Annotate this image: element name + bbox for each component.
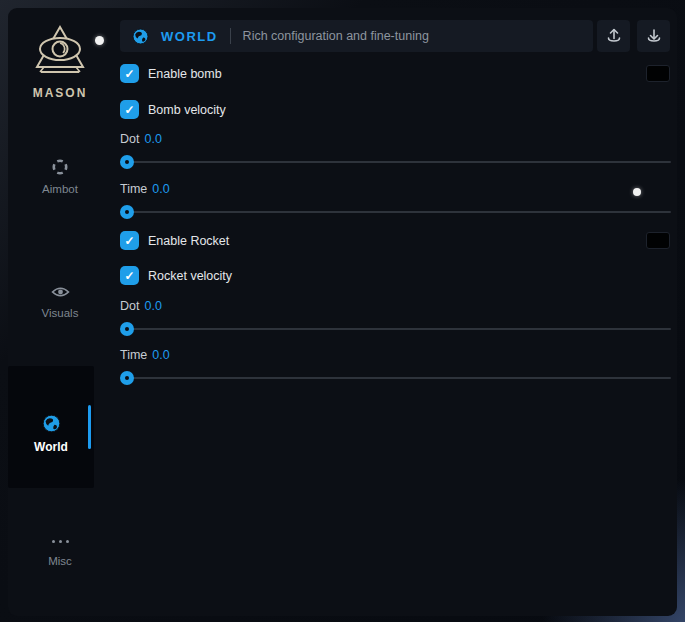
slider-bomb-dot: Dot0.0 <box>120 132 671 163</box>
slider-rocket-time: Time0.0 <box>120 348 671 379</box>
sidebar-item-label: Aimbot <box>42 183 78 195</box>
page-header: WORLD Rich configuration and fine-tuning <box>120 20 593 52</box>
slider-track[interactable] <box>120 328 671 330</box>
brand-name: MASON <box>8 86 112 100</box>
checkbox-label: Enable bomb <box>148 67 222 81</box>
checkbox-label: Rocket velocity <box>148 269 232 283</box>
page-subtitle: Rich configuration and fine-tuning <box>243 29 429 43</box>
slider-track[interactable] <box>120 161 671 163</box>
slider-track[interactable] <box>120 377 671 379</box>
slider-value: 0.0 <box>152 348 169 362</box>
slider-label: Time0.0 <box>120 182 671 198</box>
globe-icon <box>132 28 149 45</box>
slider-label: Time0.0 <box>120 348 671 364</box>
slider-handle[interactable] <box>120 155 134 169</box>
mason-logo-icon <box>30 24 90 80</box>
ellipsis-icon <box>52 534 69 548</box>
crosshair-icon <box>51 158 69 176</box>
checkbox-rocket-velocity[interactable]: ✓ Rocket velocity <box>120 266 232 285</box>
checkbox-enable-rocket[interactable]: ✓ Enable Rocket <box>120 231 229 250</box>
header-divider <box>230 28 231 44</box>
sidebar-item-label: Misc <box>48 555 72 567</box>
download-config-button[interactable] <box>637 20 670 52</box>
page-title: WORLD <box>161 29 218 44</box>
main-window: MASON Aimbot Visuals World Misc <box>8 8 677 616</box>
upload-icon <box>605 27 623 45</box>
sidebar-item-label: Visuals <box>42 307 79 319</box>
active-tab-indicator <box>88 405 91 449</box>
globe-icon <box>42 414 61 433</box>
slider-value: 0.0 <box>152 182 169 196</box>
checkbox-bomb-velocity[interactable]: ✓ Bomb velocity <box>120 100 226 119</box>
slider-track[interactable] <box>120 211 671 213</box>
sidebar-item-aimbot[interactable]: Aimbot <box>8 158 112 195</box>
cursor-dot <box>95 36 104 45</box>
download-icon <box>645 27 663 45</box>
slider-value: 0.0 <box>144 132 161 146</box>
slider-value: 0.0 <box>144 299 161 313</box>
checkbox-label: Bomb velocity <box>148 103 226 117</box>
checkbox-enable-bomb[interactable]: ✓ Enable bomb <box>120 64 222 83</box>
checkbox-checked-icon: ✓ <box>120 64 139 83</box>
checkbox-checked-icon: ✓ <box>120 266 139 285</box>
eye-icon <box>51 284 70 300</box>
checkbox-label: Enable Rocket <box>148 234 229 248</box>
sidebar-item-world[interactable]: World <box>8 366 94 488</box>
rocket-color-swatch[interactable] <box>646 232 670 249</box>
slider-label: Dot0.0 <box>120 299 671 315</box>
sidebar-item-visuals[interactable]: Visuals <box>8 284 112 319</box>
upload-config-button[interactable] <box>597 20 630 52</box>
cursor-dot <box>633 188 641 196</box>
checkbox-checked-icon: ✓ <box>120 231 139 250</box>
slider-handle[interactable] <box>120 322 134 336</box>
slider-label: Dot0.0 <box>120 132 671 148</box>
slider-rocket-dot: Dot0.0 <box>120 299 671 330</box>
slider-handle[interactable] <box>120 205 134 219</box>
slider-handle[interactable] <box>120 371 134 385</box>
sidebar-item-misc[interactable]: Misc <box>8 534 112 567</box>
bomb-color-swatch[interactable] <box>646 65 670 82</box>
checkbox-checked-icon: ✓ <box>120 100 139 119</box>
sidebar-item-label: World <box>34 440 68 454</box>
slider-bomb-time: Time0.0 <box>120 182 671 213</box>
